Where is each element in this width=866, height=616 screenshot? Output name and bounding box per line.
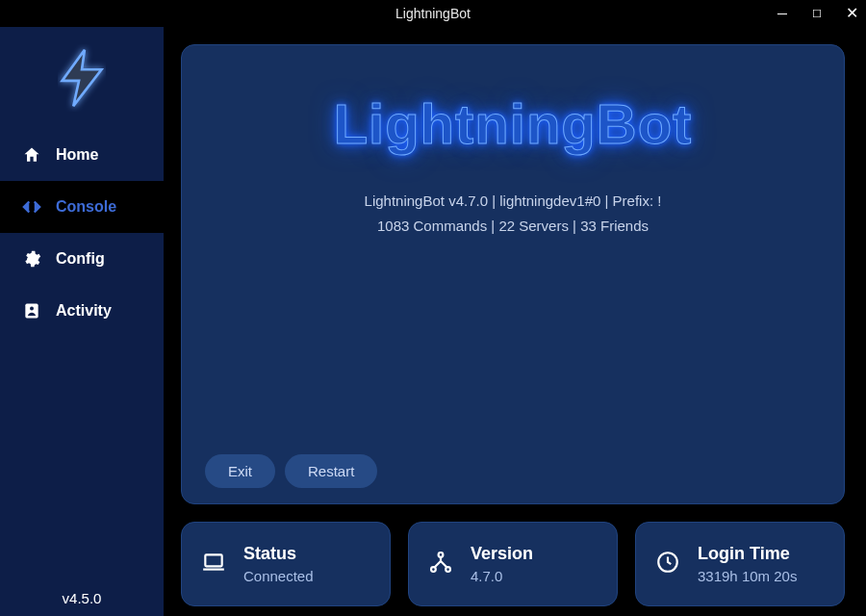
svg-rect-2: [205, 554, 221, 566]
lightning-icon: [48, 44, 115, 112]
sidebar-item-label: Activity: [56, 302, 112, 320]
branch-icon: [426, 548, 455, 577]
maximize-icon[interactable]: ☐: [808, 9, 826, 19]
window-title: LightningBot: [395, 6, 471, 21]
sidebar-item-label: Config: [56, 250, 105, 268]
close-icon[interactable]: ✕: [843, 6, 860, 21]
gear-icon: [21, 248, 42, 270]
sidebar-version: v4.5.0: [0, 590, 164, 610]
hero-info-line2: 1083 Commands | 22 Servers | 33 Friends: [205, 214, 821, 239]
sidebar-item-label: Console: [56, 198, 116, 216]
activity-icon: [21, 300, 42, 321]
minimize-icon[interactable]: ─: [774, 7, 791, 20]
exit-button[interactable]: Exit: [205, 454, 275, 488]
login-time-card: Login Time 3319h 10m 20s: [635, 522, 845, 606]
clock-icon: [653, 548, 682, 577]
svg-point-1: [30, 307, 34, 311]
status-card: Status Connected: [181, 522, 391, 606]
panel-actions: Exit Restart: [205, 454, 821, 488]
hero-panel: LightningBot LightningBot v4.7.0 | light…: [181, 44, 845, 504]
hero-title: LightningBot: [205, 91, 821, 156]
main-area: LightningBot LightningBot v4.7.0 | light…: [164, 27, 866, 616]
app-logo: [0, 37, 164, 129]
card-title: Version: [471, 544, 533, 564]
card-value: 3319h 10m 20s: [698, 568, 797, 584]
sidebar-item-label: Home: [56, 146, 98, 164]
status-cards: Status Connected Version 4.7.0 Login: [181, 522, 845, 606]
code-icon: [21, 196, 42, 218]
hero-info: LightningBot v4.7.0 | lightningdev1#0 | …: [205, 189, 821, 238]
laptop-icon: [199, 548, 228, 577]
restart-button[interactable]: Restart: [285, 454, 377, 488]
sidebar-item-home[interactable]: Home: [0, 129, 164, 181]
sidebar-item-console[interactable]: Console: [0, 181, 164, 233]
home-icon: [21, 144, 42, 166]
window-controls: ─ ☐ ✕: [774, 0, 860, 27]
sidebar-item-config[interactable]: Config: [0, 233, 164, 285]
sidebar-item-activity[interactable]: Activity: [0, 285, 164, 337]
sidebar-nav: Home Console Config Activity: [0, 129, 164, 337]
card-title: Status: [243, 544, 314, 564]
titlebar: LightningBot ─ ☐ ✕: [0, 0, 866, 27]
svg-rect-0: [25, 304, 38, 319]
svg-point-4: [439, 552, 444, 557]
hero-info-line1: LightningBot v4.7.0 | lightningdev1#0 | …: [205, 189, 821, 214]
sidebar: Home Console Config Activity: [0, 27, 164, 616]
card-title: Login Time: [698, 544, 797, 564]
card-value: Connected: [243, 568, 314, 584]
card-value: 4.7.0: [471, 568, 533, 584]
version-card: Version 4.7.0: [408, 522, 618, 606]
